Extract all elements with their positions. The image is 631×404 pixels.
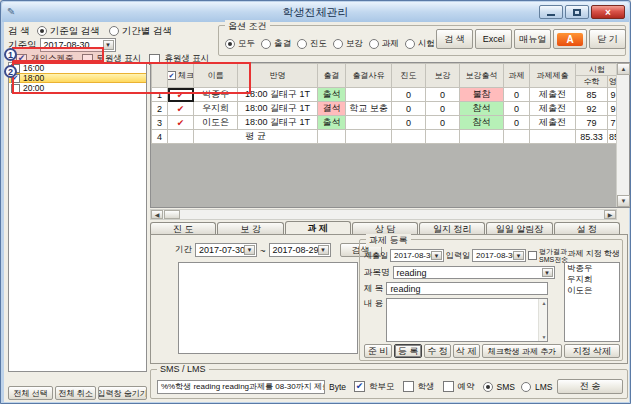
name-cell: 이도은 bbox=[194, 116, 238, 130]
manual-button[interactable]: 매뉴얼 bbox=[514, 29, 551, 49]
ai-button[interactable]: A bbox=[553, 29, 587, 49]
app-window: ✎ 학생전체관리 × 검 색 기준일 검색 기간별 검색 기준일 2017-08… bbox=[0, 0, 631, 404]
chevron-down-icon[interactable]: ▼ bbox=[513, 251, 524, 260]
tab-homework[interactable]: 과 제 bbox=[285, 221, 351, 235]
period-from-select[interactable]: 2017-07-30 ▼ bbox=[195, 243, 257, 257]
entry-date-select[interactable]: 2017-08-30 ▼ bbox=[472, 249, 526, 262]
reinforce-cell: 0 bbox=[426, 102, 460, 116]
header-progress[interactable]: 진도 bbox=[392, 64, 426, 88]
table-row[interactable]: 2 ✔ 우지희 18:00 길태구 1T 결석 학교 보충 0 0 참석 0 제… bbox=[152, 102, 619, 116]
average-row[interactable]: 4 평 균 85.33 85 bbox=[152, 130, 619, 144]
submit-date-label: 제출일 bbox=[364, 250, 388, 261]
hide-input-button[interactable]: 입력창 숨기기 bbox=[98, 386, 147, 400]
header-homework[interactable]: 과제 bbox=[504, 64, 530, 88]
header-att-reason[interactable]: 출결사유 bbox=[346, 64, 392, 88]
att-reason-cell: 학교 보충 bbox=[346, 102, 392, 116]
radio-by-date[interactable] bbox=[37, 26, 47, 36]
excel-button[interactable]: Excel bbox=[475, 29, 512, 49]
toolbar: 검 색 Excel 매뉴얼 A 닫 기 bbox=[436, 29, 626, 49]
radio-progress-label: 진도 bbox=[310, 38, 327, 50]
header-reinforce[interactable]: 보강 bbox=[426, 64, 460, 88]
period-row: 기간 2017-07-30 ▼ ~ 2017-08-29 ▼ 검색 bbox=[175, 243, 382, 257]
assigned-student-item[interactable]: 우지희 bbox=[565, 274, 619, 285]
scroll-down-icon[interactable]: ▼ bbox=[539, 334, 548, 340]
radio-progress[interactable] bbox=[297, 39, 307, 49]
radio-homework[interactable] bbox=[369, 39, 379, 49]
scroll-left-icon[interactable]: ◀ bbox=[151, 210, 163, 219]
radio-all[interactable] bbox=[225, 39, 235, 49]
header-homework-submit[interactable]: 과제제출 bbox=[530, 64, 576, 88]
radio-by-period[interactable] bbox=[109, 26, 119, 36]
lms-radio[interactable] bbox=[521, 382, 531, 392]
table-vertical-scrollbar[interactable]: ▲ ▼ bbox=[616, 63, 629, 207]
reinforce-cell: 0 bbox=[426, 116, 460, 130]
add-checked-students-button[interactable]: 체크학생 과제 추가 bbox=[482, 344, 562, 358]
chevron-down-icon[interactable]: ▼ bbox=[542, 268, 553, 277]
prepare-button[interactable]: 준 비 bbox=[364, 344, 392, 358]
radio-reinforce[interactable] bbox=[333, 39, 343, 49]
submit-date-value: 2017-08-30 bbox=[394, 251, 435, 260]
delete-button[interactable]: 삭 제 bbox=[453, 344, 480, 358]
assigned-student-item[interactable]: 박종우 bbox=[565, 263, 619, 274]
check-cell[interactable]: ✔ bbox=[168, 102, 194, 116]
radio-exam[interactable] bbox=[405, 39, 415, 49]
register-button[interactable]: 등 록 bbox=[394, 344, 422, 358]
close-button[interactable]: × bbox=[591, 5, 625, 19]
reinforce-cell bbox=[426, 130, 460, 144]
period-to-select[interactable]: 2017-08-29 ▼ bbox=[269, 243, 331, 257]
parent-checkbox[interactable] bbox=[354, 381, 365, 392]
search-button[interactable]: 검 색 bbox=[436, 29, 473, 49]
hscroll-thumb[interactable] bbox=[164, 210, 180, 219]
header-attendance[interactable]: 출결 bbox=[318, 64, 346, 88]
radio-all-label: 모두 bbox=[238, 38, 255, 50]
content-textarea[interactable]: ▲ ▼ bbox=[386, 298, 548, 342]
entry-date-label: 입력일 bbox=[446, 250, 470, 261]
rownum-cell: 3 bbox=[152, 116, 168, 130]
radio-homework-label: 과제 bbox=[382, 38, 399, 50]
homework-result-list[interactable] bbox=[178, 262, 358, 354]
cancel-all-button[interactable]: 전체 취소 bbox=[55, 386, 96, 400]
assigned-students-list[interactable]: 박종우 우지희 이도은 bbox=[564, 262, 620, 342]
scroll-right-icon[interactable]: ▶ bbox=[604, 210, 616, 219]
send-button[interactable]: 전 송 bbox=[557, 379, 623, 394]
submit-date-select[interactable]: 2017-08-30 ▼ bbox=[390, 249, 444, 262]
student-checkbox[interactable] bbox=[403, 381, 414, 392]
chevron-down-icon[interactable]: ▼ bbox=[318, 245, 329, 255]
subject-combo[interactable]: reading ▼ bbox=[393, 266, 555, 279]
window-icon: ✎ bbox=[7, 6, 20, 19]
scroll-down-icon[interactable]: ▼ bbox=[617, 195, 630, 207]
reserve-checkbox[interactable] bbox=[443, 381, 454, 392]
homework-submit-cell: 제출전 bbox=[530, 116, 576, 130]
period-to-value: 2017-08-29 bbox=[273, 245, 319, 255]
schedule-listbox: 16:00 18:00 20:00 bbox=[8, 62, 147, 372]
header-math[interactable]: 수학 bbox=[576, 76, 608, 88]
window-content: 검 색 기준일 검색 기간별 검색 기준일 2017-08-30 ▼ 개인스케줄… bbox=[4, 22, 629, 402]
header-reinforce-att[interactable]: 보강출석 bbox=[460, 64, 504, 88]
chevron-down-icon[interactable]: ▼ bbox=[244, 245, 255, 255]
assigned-student-item[interactable]: 이도은 bbox=[565, 285, 619, 296]
period-tilde: ~ bbox=[260, 245, 266, 256]
homework-title-input[interactable]: reading bbox=[386, 282, 548, 295]
chevron-down-icon[interactable]: ▼ bbox=[103, 40, 114, 50]
sms-radio[interactable] bbox=[483, 382, 493, 392]
select-all-button[interactable]: 전체 선택 bbox=[8, 386, 53, 400]
eval-sms-checkbox[interactable] bbox=[528, 251, 537, 260]
rownum-cell: 2 bbox=[152, 102, 168, 116]
table-row[interactable]: 3 ✔ 이도은 18:00 길태구 1T 출석 0 0 참석 0 제출전 79 … bbox=[152, 116, 619, 130]
sms-message-input[interactable]: %%학생 reading reading과제를 08-30까지 제출요망-길타 bbox=[157, 380, 325, 394]
check-cell[interactable]: ✔ bbox=[168, 116, 194, 130]
chevron-down-icon[interactable]: ▼ bbox=[431, 251, 442, 260]
scroll-up-icon[interactable]: ▲ bbox=[539, 300, 548, 306]
delete-assigned-button[interactable]: 지정 삭제 bbox=[564, 344, 620, 358]
homework-registration-group: 과제 등록 제출일 2017-08-30 ▼ 입력일 2017-08-30 ▼ … bbox=[359, 239, 623, 361]
table-horizontal-scrollbar[interactable]: ◀ ▶ bbox=[150, 209, 617, 220]
close-window-button[interactable]: 닫 기 bbox=[589, 29, 626, 49]
reinforce-cell: 0 bbox=[426, 88, 460, 102]
textarea-scroll-rail[interactable]: ▲ ▼ bbox=[538, 299, 547, 341]
minimize-button[interactable] bbox=[539, 5, 563, 19]
modify-button[interactable]: 수 정 bbox=[424, 344, 451, 358]
radio-attendance[interactable] bbox=[261, 39, 271, 49]
homework-submit-cell: 제출전 bbox=[530, 102, 576, 116]
scroll-up-icon[interactable]: ▲ bbox=[617, 63, 630, 75]
maximize-button[interactable] bbox=[565, 5, 589, 19]
